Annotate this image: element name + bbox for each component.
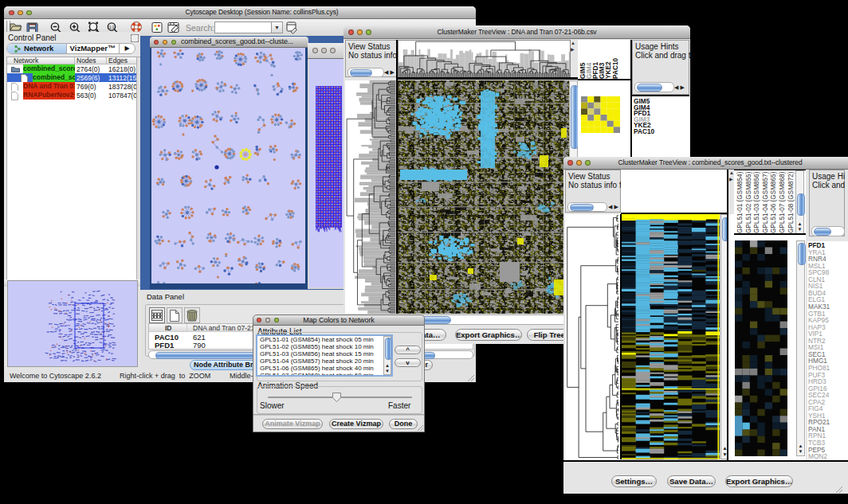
svg-text:1:1: 1:1 xyxy=(109,25,115,29)
svg-text:GPL51-04 (GSM857): GPL51-04 (GSM857) xyxy=(762,171,769,233)
svg-text:PAC10: PAC10 xyxy=(611,57,619,79)
svg-text:GPL51-07 (GSM868): GPL51-07 (GSM868) xyxy=(779,171,786,233)
svg-text:GPL51-03 (GSM856): GPL51-03 (GSM856) xyxy=(753,171,760,233)
svg-text:GPL51-08 (GSM872): GPL51-08 (GSM872) xyxy=(787,171,795,233)
svg-text:GPL51-06 (GSM865): GPL51-06 (GSM865) xyxy=(770,171,777,233)
svg-text:GPL51-01 (GSM854): GPL51-01 (GSM854) xyxy=(736,171,744,233)
svg-text:GPL51-02 (GSM855): GPL51-02 (GSM855) xyxy=(745,171,752,233)
